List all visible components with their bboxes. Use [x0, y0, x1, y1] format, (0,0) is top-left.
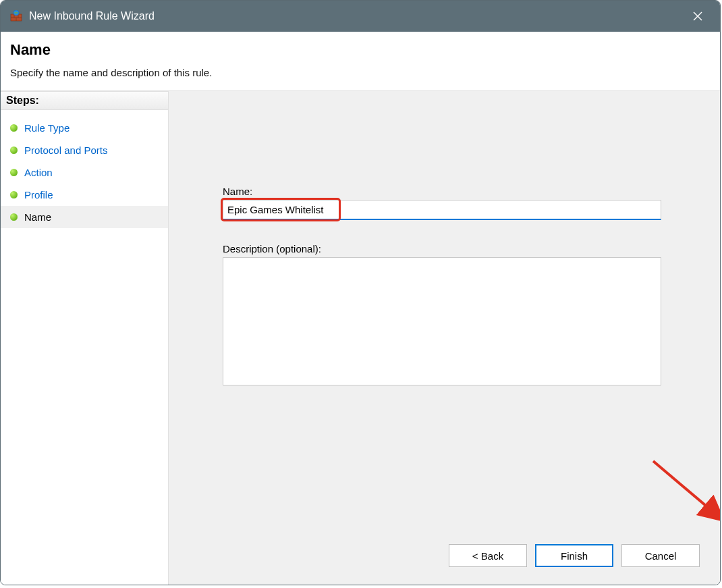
close-icon	[693, 11, 702, 21]
wizard-buttons: < Back Finish Cancel	[449, 544, 700, 567]
step-label: Action	[24, 167, 53, 178]
step-label: Rule Type	[24, 122, 70, 134]
bullet-icon	[10, 191, 18, 198]
wizard-window: New Inbound Rule Wizard Name Specify the…	[0, 0, 721, 585]
bullet-icon	[10, 124, 18, 132]
rule-name-input[interactable]	[223, 200, 661, 220]
window-title: New Inbound Rule Wizard	[29, 10, 682, 22]
finish-button[interactable]: Finish	[535, 544, 613, 567]
close-button[interactable]	[682, 1, 713, 32]
steps-sidebar: Steps: Rule Type Protocol and Ports Acti…	[1, 91, 168, 585]
steps-heading: Steps:	[1, 91, 168, 110]
step-label: Profile	[24, 189, 53, 201]
wizard-content: Name: Description (optional): < Back Fin…	[168, 91, 720, 585]
description-field-label: Description (optional):	[223, 243, 666, 255]
wizard-body: Steps: Rule Type Protocol and Ports Acti…	[1, 91, 720, 585]
step-label: Protocol and Ports	[24, 144, 107, 156]
svg-line-10	[653, 461, 721, 520]
step-protocol-ports[interactable]: Protocol and Ports	[1, 139, 168, 161]
name-field-label: Name:	[223, 186, 666, 197]
step-action[interactable]: Action	[1, 161, 168, 184]
name-input-wrap	[223, 200, 666, 220]
step-label: Name	[24, 211, 51, 223]
step-name[interactable]: Name	[1, 206, 168, 228]
firewall-app-icon	[10, 10, 22, 22]
back-button[interactable]: < Back	[449, 544, 527, 567]
wizard-header: Name Specify the name and description of…	[1, 32, 720, 91]
page-title: Name	[10, 41, 711, 59]
titlebar: New Inbound Rule Wizard	[1, 1, 720, 32]
step-rule-type[interactable]: Rule Type	[1, 117, 168, 139]
bullet-icon	[10, 213, 18, 221]
page-subtitle: Specify the name and description of this…	[10, 67, 711, 78]
bullet-icon	[10, 169, 18, 176]
step-profile[interactable]: Profile	[1, 184, 168, 206]
rule-description-input[interactable]	[223, 257, 661, 385]
steps-list: Rule Type Protocol and Ports Action Prof…	[1, 110, 168, 228]
cancel-button[interactable]: Cancel	[621, 544, 700, 567]
bullet-icon	[10, 146, 18, 154]
arrow-annotation	[648, 456, 721, 530]
